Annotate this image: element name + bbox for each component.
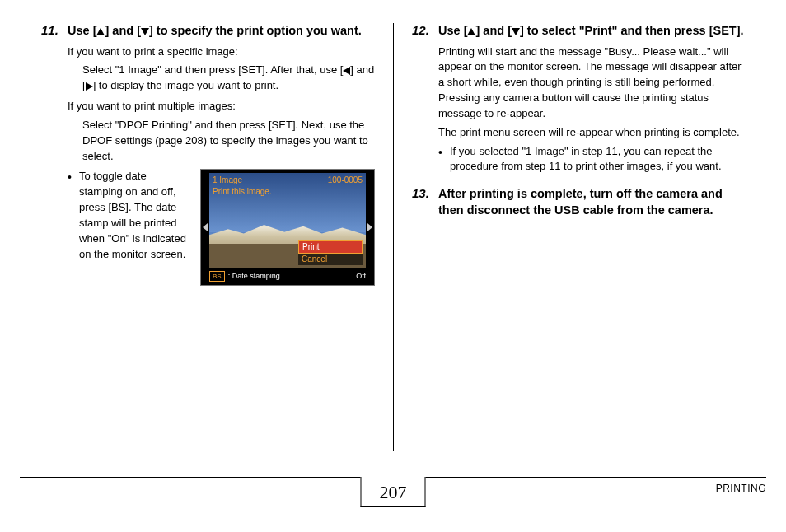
step-number: 12.: [412, 23, 429, 37]
camera-bottom-bar: BS : Date stamping Off: [209, 270, 366, 282]
bullet-item: To toggle date stamping on and off, pres…: [68, 169, 192, 262]
nav-right-icon: [367, 223, 372, 231]
step-12: 12. Use [] and [] to select "Print" and …: [412, 23, 745, 175]
camera-screenshot: 1 Image 100-0005 Print this image. Print…: [200, 169, 375, 286]
title-part: Use [: [68, 24, 96, 37]
footer-line: 207 PRINTING: [20, 477, 766, 517]
camera-top-labels: 1 Image 100-0005: [213, 175, 363, 187]
bullet-list: To toggle date stamping on and off, pres…: [68, 169, 192, 262]
step-11: 11. Use [] and [] to specify the print o…: [41, 23, 375, 286]
left-triangle-icon: [343, 67, 350, 75]
bs-badge: BS: [209, 271, 225, 282]
step-body: Printing will start and the message "Bus…: [438, 44, 745, 175]
indent-block: Select "DPOF Printing" and then press [S…: [68, 118, 375, 165]
step-title: Use [] and [] to specify the print optio…: [68, 23, 375, 40]
step-title: After printing is complete, turn off the…: [438, 186, 745, 218]
body-part: Select "1 Image" and then press [SET]. A…: [82, 63, 343, 76]
right-column: 12. Use [] and [] to select "Print" and …: [393, 23, 745, 451]
down-triangle-icon: [512, 28, 520, 35]
bullet-text-col: To toggle date stamping on and off, pres…: [68, 169, 192, 265]
up-triangle-icon: [96, 28, 105, 35]
step-number: 11.: [41, 23, 58, 37]
body-part: ] to display the image you want to print…: [93, 79, 278, 91]
bullet-item: If you selected "1 Image" in step 11, yo…: [438, 144, 745, 175]
body-line: If you want to print a specific image:: [68, 44, 375, 60]
bullet-and-image-row: To toggle date stamping on and off, pres…: [68, 169, 375, 286]
step-number: 13.: [412, 186, 429, 200]
step-13: 13. After printing is complete, turn off…: [412, 186, 745, 218]
bullet-list: If you selected "1 Image" in step 11, yo…: [438, 144, 745, 175]
page-number: 207: [361, 477, 426, 507]
camera-mode-label: 1 Image: [213, 175, 242, 187]
date-stamping-value: Off: [356, 271, 366, 282]
body-paragraph: Printing will start and the message "Bus…: [438, 44, 745, 122]
menu-item-print: Print: [298, 240, 363, 254]
down-triangle-icon: [141, 28, 149, 35]
title-part: ] and [: [475, 24, 512, 37]
menu-item-cancel: Cancel: [298, 254, 363, 265]
right-triangle-icon: [86, 82, 93, 91]
step-body: If you want to print a specific image: S…: [68, 44, 375, 287]
camera-print-menu: Print Cancel: [298, 240, 363, 265]
title-part: ] and [: [105, 24, 141, 37]
title-part: ] to select "Print" and then press [SET]…: [520, 24, 744, 37]
body-paragraph: The print menu screen will re-appear whe…: [438, 125, 745, 141]
left-column: 11. Use [] and [] to specify the print o…: [41, 23, 393, 451]
camera-subtitle: Print this image.: [213, 186, 272, 198]
date-stamping-label: : Date stamping: [228, 271, 280, 282]
nav-left-icon: [203, 223, 208, 231]
camera-file-number: 100-0005: [328, 175, 363, 187]
up-triangle-icon: [467, 28, 475, 35]
manual-page: 11. Use [] and [] to specify the print o…: [0, 0, 786, 451]
indent-block: Select "1 Image" and then press [SET]. A…: [68, 63, 375, 94]
body-line: If you want to print multiple images:: [68, 99, 375, 114]
title-part: Use [: [438, 24, 467, 37]
page-footer: 207 PRINTING: [20, 477, 766, 517]
footer-section-label: PRINTING: [716, 483, 766, 494]
step-title: Use [] and [] to select "Print" and then…: [438, 23, 745, 40]
title-part: ] to specify the print option you want.: [149, 24, 362, 37]
